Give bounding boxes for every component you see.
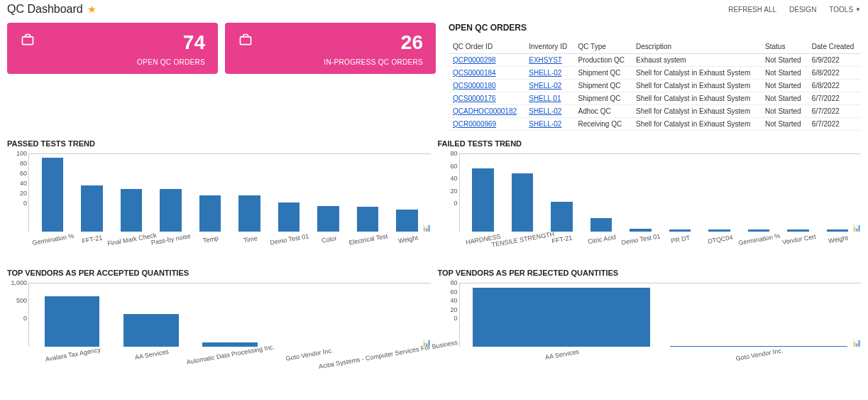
y-tick: 40 — [450, 297, 457, 304]
inventory-id-link[interactable]: SHELL-02 — [529, 120, 561, 128]
qc-type-cell: Shipment QC — [574, 92, 632, 105]
y-tick: 500 — [16, 297, 27, 304]
x-label: Temp — [202, 234, 219, 244]
kpi-inprogress-orders[interactable]: 26 IN-PROGRESS QC ORDERS — [225, 23, 436, 74]
status-cell: Not Started — [761, 80, 808, 92]
bar[interactable] — [357, 207, 379, 232]
bar-slot: TENSILE STRENGTH — [502, 154, 542, 232]
x-label: AA Services — [134, 348, 170, 361]
x-label: Germination % — [31, 232, 74, 247]
bar[interactable] — [202, 342, 258, 347]
rejected-vendors-chart: TOP VENDORS AS PER REJECTED QUANTITIES02… — [438, 269, 862, 375]
x-label: DTQC04 — [707, 234, 733, 245]
qc-type-cell: Production QC — [574, 54, 632, 67]
chart-config-icon[interactable]: 📊 — [422, 224, 431, 232]
bar[interactable] — [160, 189, 182, 232]
open-orders-section: OPEN QC ORDERS QC Order IDInventory IDQC… — [443, 23, 861, 131]
y-tick: 0 — [454, 315, 457, 322]
x-label: AA Services — [544, 348, 580, 361]
bar[interactable] — [551, 202, 573, 232]
column-header[interactable]: Status — [761, 40, 808, 54]
order-id-link[interactable]: QCR0000969 — [453, 120, 496, 128]
kpi-label: IN-PROGRESS QC ORDERS — [324, 58, 423, 66]
tools-label: TOOLS — [829, 6, 853, 13]
bar[interactable] — [123, 314, 179, 347]
table-row: QCS0000184SHELL-02Shipment QCShell for C… — [449, 67, 861, 80]
bar[interactable] — [708, 229, 730, 232]
bar-slot: Acitai Systems - Computer Services For B… — [348, 283, 427, 347]
x-label: Demo Test 01 — [621, 232, 661, 246]
x-label: FFT-21 — [82, 234, 103, 244]
inventory-id-link[interactable]: SHELL-02 — [529, 82, 561, 90]
bar[interactable] — [748, 229, 770, 232]
y-axis: 05001,000 — [7, 283, 28, 318]
bar-slot: DTQC04 — [700, 154, 740, 232]
bar[interactable] — [199, 195, 221, 232]
bar[interactable] — [317, 206, 339, 232]
bar-slot: Germination % — [33, 154, 72, 232]
column-header[interactable]: Inventory ID — [524, 40, 573, 54]
bar-slot: Pass-by noise — [151, 154, 191, 232]
bar-slot: Automatic Data Processing Inc. — [190, 283, 269, 347]
chart-config-icon[interactable]: 📊 — [852, 339, 861, 347]
order-id-link[interactable]: QCS0000184 — [453, 69, 496, 77]
inventory-id-link[interactable]: SHELL 01 — [529, 94, 561, 102]
order-id-link[interactable]: QCP0000298 — [453, 56, 496, 64]
inventory-id-link[interactable]: SHELL-02 — [529, 107, 561, 115]
bar[interactable] — [512, 173, 534, 232]
y-tick: 20 — [450, 188, 457, 195]
bar[interactable] — [787, 229, 809, 232]
column-header[interactable]: Description — [632, 40, 761, 54]
x-label: Time — [243, 234, 258, 244]
bar[interactable] — [42, 158, 64, 232]
bar-slot: Time — [230, 154, 270, 232]
x-label: Final Mark Check — [106, 232, 157, 247]
bar[interactable] — [396, 210, 418, 232]
column-header[interactable]: QC Type — [574, 40, 632, 54]
bar[interactable] — [45, 296, 100, 347]
bar[interactable] — [590, 218, 612, 232]
bar[interactable] — [81, 185, 103, 232]
chart-plot-area: HARDNESSTENSILE STRENGTHFFT-21Citric Aci… — [459, 153, 862, 232]
y-tick: 20 — [450, 306, 457, 313]
bar[interactable] — [670, 346, 847, 347]
table-row: QCR0000969SHELL-02Receiving QCShell for … — [449, 118, 861, 131]
tools-menu[interactable]: TOOLS ▼ — [829, 6, 861, 13]
bar[interactable] — [827, 229, 849, 232]
inventory-id-link[interactable]: SHELL-02 — [529, 69, 561, 77]
design-button[interactable]: DESIGN — [789, 6, 816, 13]
chart-config-icon[interactable]: 📊 — [422, 339, 431, 347]
bar[interactable] — [278, 202, 300, 232]
inventory-id-link[interactable]: EXHSYST — [529, 56, 562, 64]
qc-type-cell: Shipment QC — [574, 67, 632, 80]
chart-title: TOP VENDORS AS PER ACCEPTED QUANTITIES — [7, 269, 431, 277]
bar-slot: Citric Acid — [581, 154, 621, 232]
kpi-open-orders[interactable]: 74 OPEN QC ORDERS — [7, 23, 218, 74]
y-axis: 020406080100 — [7, 153, 28, 203]
bar[interactable] — [121, 189, 143, 232]
favorite-star-icon[interactable]: ★ — [87, 4, 97, 15]
section-title: OPEN QC ORDERS — [449, 23, 861, 33]
bar[interactable] — [473, 288, 650, 347]
bar[interactable] — [630, 229, 652, 232]
column-header[interactable]: QC Order ID — [449, 40, 524, 54]
y-axis: 020406080 — [438, 153, 459, 203]
bar-slot: Weight — [818, 154, 857, 232]
y-tick: 20 — [20, 190, 27, 197]
qc-type-cell: Shipment QC — [574, 80, 632, 92]
bar-slot: AA Services — [111, 283, 190, 347]
order-id-link[interactable]: QCS0000180 — [453, 82, 496, 90]
order-id-link[interactable]: QCS0000176 — [453, 94, 496, 102]
column-header[interactable]: Date Created — [808, 40, 861, 54]
x-label: PR DT — [671, 234, 691, 245]
bar-slot: FFT-21 — [72, 154, 112, 232]
bar[interactable] — [238, 195, 260, 232]
x-label: TENSILE STRENGTH — [491, 230, 555, 248]
order-id-link[interactable]: QCADHOC0000182 — [453, 107, 517, 115]
bar[interactable] — [669, 229, 691, 232]
bar[interactable] — [472, 168, 494, 232]
table-row: QCADHOC0000182SHELL-02Adhoc QCShell for … — [449, 105, 861, 118]
refresh-all-button[interactable]: REFRESH ALL — [728, 6, 776, 13]
y-tick: 80 — [450, 279, 457, 286]
chart-config-icon[interactable]: 📊 — [852, 224, 861, 232]
